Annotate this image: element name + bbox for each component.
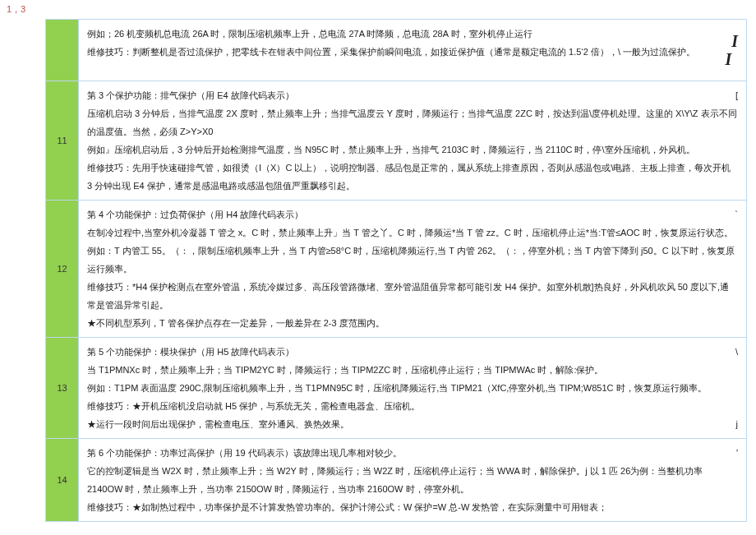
content-line: 维修技巧：判断整机是否过流保护，把零线卡在钳表中间位置，采集保护前瞬间电流，如接… <box>87 43 738 61</box>
content-line: 例如：T 内管工 55。（：，限制压缩机频率上升，当 T 内管≥58°C 时，压… <box>87 242 738 278</box>
content-line: 第 4 个功能保护：过负荷保护（用 H4 故障代码表示）` <box>87 205 738 224</box>
row-content-cell: 第 3 个保护功能：排气保护（用 E4 故障代码表示）[ 压缩机启动 3 分钟后… <box>79 81 747 201</box>
content-line: 当 T1PMNXc 时，禁止频率上升；当 TIPM2YC 时，降频运行；当 TI… <box>87 361 738 379</box>
row-number-cell: 12 <box>46 201 79 338</box>
content-line: 例如：T1PM 表面温度 290C,限制压缩机频率上升，当 T1PMN95C 时… <box>87 379 738 397</box>
content-line: 第 5 个功能保护：模块保护（用 H5 故障代码表示） <box>87 343 738 361</box>
decorative-glyph: [ <box>735 86 738 104</box>
decorative-glyph: j <box>736 415 738 433</box>
table-row: 14第 6 个功能保护：功率过高保护（用 19 代码表示）该故障出现几率相对较少… <box>46 439 747 522</box>
content-line: 维修技巧：★如制热过程中，功率保护是不计算发热管功率的。保护计簿公式：W 保护=… <box>87 498 738 516</box>
protection-table: 例如；26 机变频机总电流 26A 时，限制压缩机频率上升，总电流 27A 时降… <box>45 19 747 522</box>
content-line: 压缩机启动 3 分钟后，当排气温度 2X 度时，禁止频率上升；当排气温度云 Y … <box>87 104 738 141</box>
row-number-cell: 11 <box>46 81 79 201</box>
table-row: 例如；26 机变频机总电流 26A 时，限制压缩机频率上升，总电流 27A 时降… <box>46 20 747 81</box>
row-number-cell <box>46 20 79 81</box>
table-row: 13\第 5 个功能保护：模块保护（用 H5 故障代码表示）当 T1PMNXc … <box>46 338 747 439</box>
decorative-glyph: I <box>731 25 738 58</box>
decorative-glyph: ' <box>736 444 738 462</box>
page-header-label: 1，3 <box>0 0 756 19</box>
content-line: 在制冷过程中,当室外机冷凝器 T 管之 x。C 时，禁止频率上升」当 T 管之丫… <box>87 224 738 242</box>
table-row: 11第 3 个保护功能：排气保护（用 E4 故障代码表示）[ 压缩机启动 3 分… <box>46 81 747 201</box>
row-content-cell: 第 6 个功能保护：功率过高保护（用 19 代码表示）该故障出现几率相对较少。'… <box>79 439 747 522</box>
content-line: 维修技巧：先用手快速碰排气管，如很烫（I（X）C 以上），说明控制器、感品包是正… <box>87 159 738 195</box>
content-line: ★运行一段时间后出现保护，需检查电压、室外通风、换热效果。j <box>87 415 738 433</box>
row-content-cell: 例如；26 机变频机总电流 26A 时，限制压缩机频率上升，总电流 27A 时降… <box>79 20 747 81</box>
decorative-glyph: \ <box>735 343 738 361</box>
row-content-cell: 第 4 个功能保护：过负荷保护（用 H4 故障代码表示）`在制冷过程中,当室外机… <box>79 201 747 338</box>
content-line: 维修技巧：★开机压缩机没启动就 H5 保护，与系统无关，需检查电器盒、压缩机。 <box>87 397 738 415</box>
content-line: 例如』压缩机启动后，3 分钟后开始检测排气温度，当 N95C 时，禁止频率上升，… <box>87 141 738 159</box>
content-line: ★不同机型系列，T 管各保护点存在一定差异，一般差异在 2-3 度范围内。 <box>87 314 738 332</box>
content-line: 维修技巧：*H4 保护检测点在室外管温，系统冷媒过多、高压段管路微堵、室外管温阻… <box>87 278 738 314</box>
row-content-cell: \第 5 个功能保护：模块保护（用 H5 故障代码表示）当 T1PMNXc 时，… <box>79 338 747 439</box>
table-row: 12第 4 个功能保护：过负荷保护（用 H4 故障代码表示）`在制冷过程中,当室… <box>46 201 747 338</box>
content-line: 它的控制逻辑是当 W2X 时，禁止频率上升；当 W2Y 时，降频运行；当 W2Z… <box>87 462 738 498</box>
content-line: 第 6 个功能保护：功率过高保护（用 19 代码表示）该故障出现几率相对较少。' <box>87 444 738 462</box>
decorative-glyph: ` <box>735 205 738 224</box>
decorative-glyph: I <box>725 43 731 76</box>
row-number-cell: 13 <box>46 338 79 439</box>
content-line: 例如；26 机变频机总电流 26A 时，限制压缩机频率上升，总电流 27A 时降… <box>87 25 738 43</box>
row-number-cell: 14 <box>46 439 79 522</box>
content-line: 第 3 个保护功能：排气保护（用 E4 故障代码表示）[ <box>87 86 738 104</box>
